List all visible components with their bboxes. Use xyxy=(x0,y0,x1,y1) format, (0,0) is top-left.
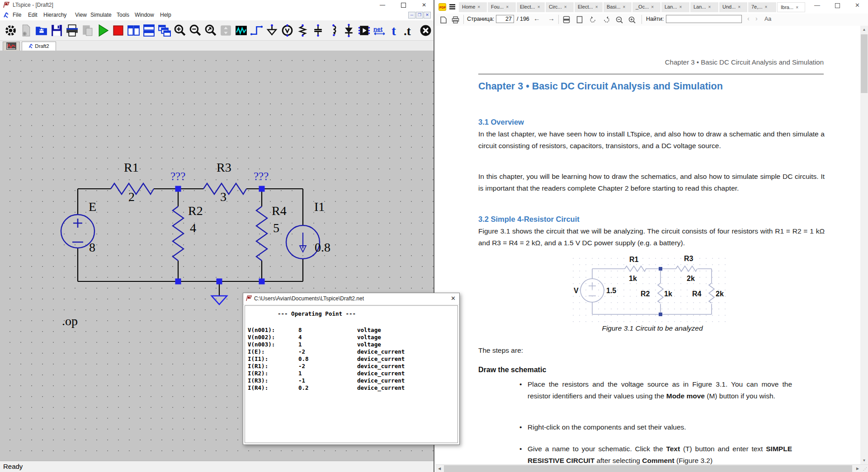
ltspice-titlebar[interactable]: LTspice - [Draft2] — ✕ xyxy=(0,0,434,10)
print-icon[interactable] xyxy=(65,23,79,37)
tab-close-icon[interactable]: × xyxy=(595,5,598,9)
mdi-minimize-icon[interactable]: ─ xyxy=(408,12,415,19)
tab-7e[interactable]: 7e,...× xyxy=(748,2,776,12)
component-icon[interactable] xyxy=(357,23,371,37)
wire-icon[interactable] xyxy=(250,23,264,37)
spice-directive-icon[interactable]: .t xyxy=(403,23,417,37)
voltage-source-icon[interactable] xyxy=(280,23,294,37)
inductor-icon[interactable] xyxy=(326,23,340,37)
control-panel-icon[interactable] xyxy=(4,23,18,37)
print-icon[interactable] xyxy=(452,16,459,23)
label-r4[interactable]: R4 xyxy=(272,204,287,218)
tab-close-icon[interactable]: × xyxy=(796,5,798,10)
zoom-in-icon[interactable] xyxy=(628,16,636,24)
run-icon[interactable] xyxy=(96,23,110,37)
tab-elect1[interactable]: Elect...× xyxy=(517,2,545,12)
menu-file[interactable]: File xyxy=(13,12,21,18)
mdi-close-icon[interactable]: ✕ xyxy=(424,12,431,19)
pan-icon[interactable] xyxy=(219,23,233,37)
tab-waveform[interactable] xyxy=(3,42,20,51)
tab-close-icon[interactable]: × xyxy=(738,5,741,9)
prev-page-icon[interactable]: ← xyxy=(533,14,540,22)
tab-lan2[interactable]: Lan...× xyxy=(690,2,718,12)
node1-label[interactable]: ??? xyxy=(170,170,185,182)
tab-fou[interactable]: Fou...× xyxy=(488,2,516,12)
value-r3[interactable]: 3 xyxy=(220,190,226,204)
tab-home[interactable]: Home× xyxy=(459,2,487,12)
value-r2[interactable]: 4 xyxy=(190,221,196,235)
open-icon[interactable] xyxy=(34,23,48,37)
value-r4[interactable]: 5 xyxy=(273,221,279,235)
rotate-left-icon[interactable] xyxy=(589,16,597,23)
find-input[interactable] xyxy=(666,15,742,23)
cut-icon[interactable] xyxy=(419,23,433,37)
tab-close-icon[interactable]: × xyxy=(764,5,767,9)
halt-icon[interactable] xyxy=(111,23,125,37)
tab-lan1[interactable]: Lan...× xyxy=(661,2,689,12)
scroll-right-icon[interactable]: ▶ xyxy=(854,467,861,471)
facing-pages-icon[interactable] xyxy=(563,16,570,23)
tab-basi[interactable]: Basi...× xyxy=(604,2,632,12)
menu-simulate[interactable]: Simulate xyxy=(90,12,112,18)
zoom-out-icon[interactable] xyxy=(188,23,202,37)
open-file-icon[interactable] xyxy=(440,16,447,23)
tab-close-icon[interactable]: × xyxy=(623,5,626,9)
menu-hamburger-icon[interactable] xyxy=(449,4,456,10)
minimize-icon[interactable]: — xyxy=(814,2,820,9)
find-next-icon[interactable]: › xyxy=(755,15,758,22)
op-dialog-titlebar[interactable]: C:\Users\Avian\Documents\LTspice\Draft2.… xyxy=(243,293,459,305)
zoom-extents-icon[interactable] xyxy=(203,23,217,37)
tab-ibra-active[interactable]: Ibra...× xyxy=(777,2,805,12)
node2-label[interactable]: ??? xyxy=(254,170,269,182)
label-r2[interactable]: R2 xyxy=(188,204,203,218)
scroll-up-icon[interactable]: ▲ xyxy=(860,28,868,32)
zoom-in-icon[interactable] xyxy=(173,23,187,37)
zoom-out-icon[interactable] xyxy=(615,16,623,24)
resize-grip[interactable]: ⋰ xyxy=(863,467,867,471)
find-prev-icon[interactable]: ‹ xyxy=(747,15,750,22)
value-e[interactable]: 8 xyxy=(89,240,95,254)
save-icon[interactable] xyxy=(50,23,64,37)
tile-vertical-icon[interactable] xyxy=(127,23,141,37)
label-i1[interactable]: I1 xyxy=(314,200,325,214)
label-e[interactable]: E xyxy=(89,200,96,214)
page-number-input[interactable] xyxy=(496,15,514,23)
minimize-icon[interactable]: — xyxy=(372,0,393,10)
pdf-page[interactable]: Chapter 3 • Basic DC Circuit Analysis an… xyxy=(435,26,860,464)
tab-und[interactable]: Und...× xyxy=(719,2,747,12)
menu-window[interactable]: Window xyxy=(135,12,154,18)
label-r1[interactable]: R1 xyxy=(124,160,139,174)
scrollbar-thumb[interactable] xyxy=(444,465,852,472)
tab-close-icon[interactable]: × xyxy=(708,5,711,9)
scroll-down-icon[interactable]: ▼ xyxy=(860,458,868,463)
tab-close-icon[interactable]: × xyxy=(564,5,567,9)
menu-view[interactable]: View xyxy=(75,12,87,18)
tab-circ[interactable]: Circ...× xyxy=(546,2,574,12)
tab-close-icon[interactable]: × xyxy=(651,5,654,9)
tab-close-icon[interactable]: × xyxy=(679,5,682,9)
value-r1[interactable]: 2 xyxy=(128,190,135,204)
scroll-left-icon[interactable]: ◀ xyxy=(436,467,443,471)
cascade-icon[interactable] xyxy=(157,23,171,37)
close-icon[interactable]: ✕ xyxy=(414,0,434,10)
maximize-icon[interactable] xyxy=(393,0,414,10)
ground-icon[interactable] xyxy=(265,23,279,37)
tab-close-icon[interactable]: × xyxy=(538,5,540,9)
maximize-icon[interactable] xyxy=(835,2,840,9)
menu-hierarchy[interactable]: Hierarchy xyxy=(43,12,66,18)
single-page-icon[interactable] xyxy=(576,16,583,23)
scrollbar-thumb[interactable] xyxy=(861,34,868,93)
tile-horizontal-icon[interactable] xyxy=(142,23,156,37)
horizontal-scrollbar[interactable]: ◀ ▶ ⋰ xyxy=(435,464,868,472)
tab-close-icon[interactable]: × xyxy=(506,5,509,9)
tab-oc[interactable]: _Oc...× xyxy=(632,2,660,12)
text-tool-icon[interactable]: t xyxy=(388,23,402,37)
capacitor-icon[interactable] xyxy=(311,23,325,37)
rotate-right-icon[interactable] xyxy=(603,16,610,23)
menu-edit[interactable]: Edit xyxy=(28,12,38,18)
tab-elect2[interactable]: Elect...× xyxy=(575,2,603,12)
diode-icon[interactable] xyxy=(342,23,356,37)
label-r3[interactable]: R3 xyxy=(217,160,231,174)
mdi-restore-icon[interactable]: ❐ xyxy=(416,12,423,19)
close-icon[interactable]: ✕ xyxy=(855,2,860,9)
